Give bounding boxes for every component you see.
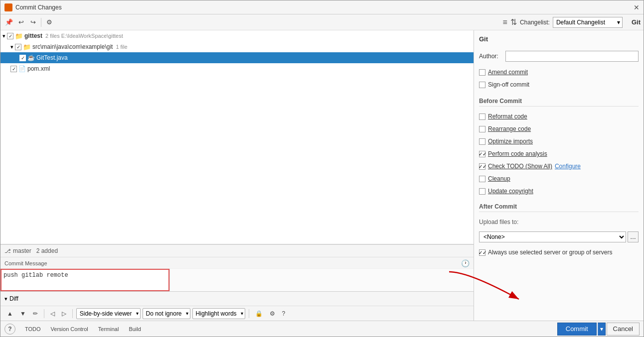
diff-settings-button[interactable]: ⚙: [267, 309, 278, 318]
rearrange-code-row: Rearrange code: [479, 125, 639, 132]
src-folder-icon: 📁: [23, 43, 31, 51]
check-todo-label[interactable]: Check TODO (Show All): [488, 163, 552, 170]
reformat-code-checkbox[interactable]: [479, 113, 485, 120]
sign-off-label[interactable]: Sign-off commit: [488, 81, 529, 88]
diff-expand-icon[interactable]: ▾: [4, 296, 7, 302]
rearrange-code-label[interactable]: Rearrange code: [488, 125, 531, 132]
file-tree: ▾ ✓ 📁 gittest 2 files E:\IdeaWorkSpace\g…: [0, 30, 474, 244]
left-panel: ▾ ✓ 📁 gittest 2 files E:\IdeaWorkSpace\g…: [0, 30, 474, 321]
app-icon: [4, 3, 12, 11]
cleanup-label[interactable]: Cleanup: [488, 175, 510, 182]
viewer-dropdown[interactable]: Side-by-side viewer: [76, 308, 141, 319]
amend-commit-checkbox[interactable]: [479, 69, 485, 76]
always-use-label: Always use selected server or group of s…: [488, 249, 612, 256]
pom-checkbox[interactable]: ✓: [10, 66, 17, 72]
upload-more-button[interactable]: …: [628, 231, 639, 242]
upload-dropdown[interactable]: <None>: [479, 231, 626, 242]
src-label: src\main\java\com\example\git: [32, 43, 113, 50]
commit-textarea[interactable]: push gitlab remote: [0, 269, 169, 291]
help-button[interactable]: ?: [4, 324, 15, 335]
window-controls: ✕: [634, 3, 640, 11]
pom-xml-label: pom.xml: [27, 65, 50, 72]
git-section-title: Git: [479, 35, 639, 43]
branch-name: master: [13, 247, 31, 254]
diff-up-button[interactable]: ▲: [4, 309, 15, 318]
status-bar: ⎇ master 2 added: [0, 244, 474, 257]
toolbar-separator: [41, 18, 41, 27]
gittest-checkbox[interactable]: ✓: [7, 33, 13, 39]
ignore-dropdown[interactable]: Do not ignore: [143, 308, 190, 319]
cleanup-row: Cleanup: [479, 175, 639, 182]
commit-dropdown-button[interactable]: ▾: [598, 323, 606, 336]
update-copyright-row: Update copyright: [479, 188, 639, 195]
diff-sep1: [44, 309, 44, 318]
src-checkbox[interactable]: ✓: [15, 44, 21, 50]
tab-todo[interactable]: TODO: [20, 325, 45, 334]
reformat-code-row: Reformat code: [479, 113, 639, 120]
pin-button[interactable]: 📌: [3, 17, 14, 28]
settings-button[interactable]: ⚙: [44, 17, 55, 28]
amend-commit-label[interactable]: Amend commit: [488, 69, 528, 76]
main-window: Commit Changes ✕ 📌 ↩ ↪ ⚙ ≡ ⇅ Changelist:…: [0, 0, 644, 337]
tab-terminal[interactable]: Terminal: [94, 325, 124, 334]
author-input[interactable]: [505, 51, 639, 62]
gittest-label: gittest: [24, 32, 42, 39]
gittest-java-checkbox[interactable]: ✓: [19, 55, 26, 61]
optimize-imports-checkbox[interactable]: [479, 138, 485, 145]
upload-controls: <None> …: [479, 231, 639, 242]
tree-item-gittest[interactable]: ▾ ✓ 📁 gittest 2 files E:\IdeaWorkSpace\g…: [0, 30, 474, 41]
sign-off-checkbox[interactable]: [479, 82, 485, 88]
bottom-left: ? TODO Version Control Terminal Build: [4, 324, 146, 335]
reformat-code-label[interactable]: Reformat code: [488, 113, 527, 120]
tab-build[interactable]: Build: [124, 325, 145, 334]
check-todo-checkbox[interactable]: ✓: [479, 163, 485, 170]
commit-message-label-bar: Commit Message 🕐: [0, 257, 474, 269]
tree-item-src[interactable]: ▾ ✓ 📁 src\main\java\com\example\git 1 fi…: [0, 41, 474, 52]
close-button[interactable]: ✕: [634, 3, 640, 11]
rearrange-code-checkbox[interactable]: [479, 126, 485, 132]
left-panel-inner: ▾ ✓ 📁 gittest 2 files E:\IdeaWorkSpace\g…: [0, 30, 474, 321]
tab-version-control[interactable]: Version Control: [46, 325, 93, 334]
undo-button[interactable]: ↩: [15, 17, 26, 28]
added-status: 2 added: [36, 247, 58, 254]
highlight-value: Highlight words: [196, 310, 237, 317]
perform-analysis-checkbox[interactable]: ✓: [479, 151, 485, 157]
sign-off-row: Sign-off commit: [479, 81, 639, 88]
author-row: Author:: [479, 51, 639, 62]
commit-message-label-text: Commit Message: [4, 260, 47, 266]
amend-commit-row: Amend commit: [479, 69, 639, 76]
commit-button[interactable]: Commit: [557, 323, 597, 336]
update-copyright-label[interactable]: Update copyright: [488, 188, 533, 195]
gittest-java-label: GitTest.java: [36, 54, 68, 61]
update-copyright-checkbox[interactable]: [479, 188, 485, 195]
branch-icon: ⎇: [4, 248, 11, 254]
changelist-value: Default Changelist: [556, 19, 605, 26]
diff-prev-button[interactable]: ◁: [48, 309, 57, 318]
changelist-dropdown[interactable]: Default Changelist: [553, 17, 623, 28]
upload-label: Upload files to:: [479, 219, 518, 225]
redo-button[interactable]: ↪: [27, 17, 38, 28]
perform-analysis-label[interactable]: Perform code analysis: [488, 150, 547, 157]
tree-item-gittest-java[interactable]: ✓ ☕ GitTest.java: [0, 52, 474, 63]
ignore-value: Do not ignore: [146, 310, 182, 317]
upload-row: Upload files to:: [479, 219, 639, 225]
tree-item-pom-xml[interactable]: ✓ 📄 pom.xml: [0, 63, 474, 74]
java-icon: ☕: [27, 54, 35, 61]
toolbar-right: ≡ ⇅ Changelist: Default Changelist Git: [503, 17, 641, 28]
diff-down-button[interactable]: ▼: [17, 309, 28, 318]
perform-analysis-row: ✓ Perform code analysis: [479, 150, 639, 157]
cleanup-checkbox[interactable]: [479, 176, 485, 182]
diff-next-button[interactable]: ▷: [59, 309, 69, 318]
optimize-imports-label[interactable]: Optimize imports: [488, 138, 533, 145]
before-commit-header: Before Commit: [479, 98, 639, 107]
highlight-dropdown[interactable]: Highlight words: [192, 308, 245, 319]
diff-edit-button[interactable]: ✏: [30, 309, 40, 318]
cancel-button[interactable]: Cancel: [607, 323, 640, 336]
diff-sep2: [72, 309, 73, 318]
configure-link[interactable]: Configure: [555, 163, 581, 170]
always-use-checkbox[interactable]: ✓: [479, 249, 485, 256]
lock-button[interactable]: 🔒: [253, 309, 265, 318]
diff-help-button[interactable]: ?: [280, 309, 288, 318]
toolbar: 📌 ↩ ↪ ⚙ ≡ ⇅ Changelist: Default Changeli…: [0, 14, 644, 30]
expand-icon: ▾: [2, 33, 5, 39]
